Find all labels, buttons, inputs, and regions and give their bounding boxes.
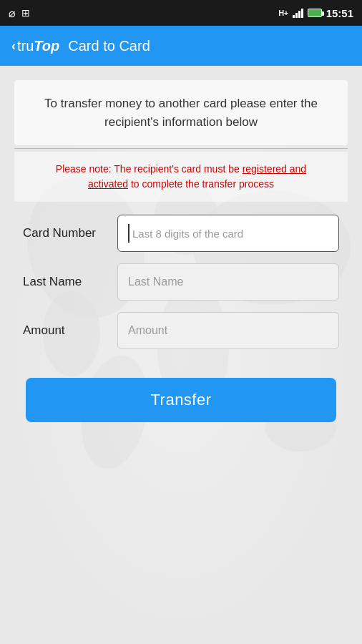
last-name-input[interactable] bbox=[117, 263, 339, 301]
main-content: To transfer money to another card please… bbox=[0, 66, 362, 644]
logo-arrow: ‹ bbox=[11, 39, 16, 54]
battery-icon bbox=[308, 9, 322, 17]
card-number-placeholder: Last 8 digits of the card bbox=[132, 228, 243, 240]
network-type: H+ bbox=[278, 9, 288, 17]
transfer-button[interactable]: Transfer bbox=[26, 378, 336, 422]
amount-label: Amount bbox=[23, 323, 109, 338]
card-number-label: Card Number bbox=[23, 226, 109, 240]
app-logo: ‹ truTop bbox=[11, 38, 59, 54]
time-display: 15:51 bbox=[326, 7, 353, 19]
instruction-text: To transfer money to another card please… bbox=[26, 94, 336, 131]
amount-input[interactable] bbox=[117, 312, 339, 349]
form-section: Card Number Last 8 digits of the card La… bbox=[14, 208, 348, 356]
amount-row: Amount bbox=[23, 312, 339, 349]
card-number-input-wrapper[interactable]: Last 8 digits of the card bbox=[117, 215, 339, 252]
logo-tru: tru bbox=[17, 38, 34, 54]
status-bar-right: H+ 15:51 bbox=[278, 7, 353, 19]
instruction-section: To transfer money to another card please… bbox=[14, 80, 348, 145]
status-bar: ⌀ ⊞ H+ 15:51 bbox=[0, 0, 362, 26]
warning-note: Please note: The recipient's card must b… bbox=[14, 152, 348, 202]
warning-text: Please note: The recipient's card must b… bbox=[26, 162, 336, 192]
text-cursor bbox=[128, 224, 129, 243]
status-bar-left: ⌀ ⊞ bbox=[9, 6, 30, 20]
registered-link: registered andactivated bbox=[88, 163, 306, 190]
notification-icon: ⊞ bbox=[21, 7, 30, 19]
last-name-label: Last Name bbox=[23, 275, 109, 289]
section-divider bbox=[14, 148, 348, 149]
logo-text: truTop bbox=[17, 38, 59, 54]
logo-tap: Top bbox=[34, 38, 59, 54]
transfer-section: Transfer bbox=[14, 356, 348, 436]
usb-icon: ⌀ bbox=[9, 6, 16, 20]
app-bar: ‹ truTop Card to Card bbox=[0, 26, 362, 66]
card-number-row: Card Number Last 8 digits of the card bbox=[23, 215, 339, 252]
last-name-row: Last Name bbox=[23, 263, 339, 301]
signal-icon bbox=[293, 8, 303, 18]
page-title: Card to Card bbox=[68, 38, 150, 54]
